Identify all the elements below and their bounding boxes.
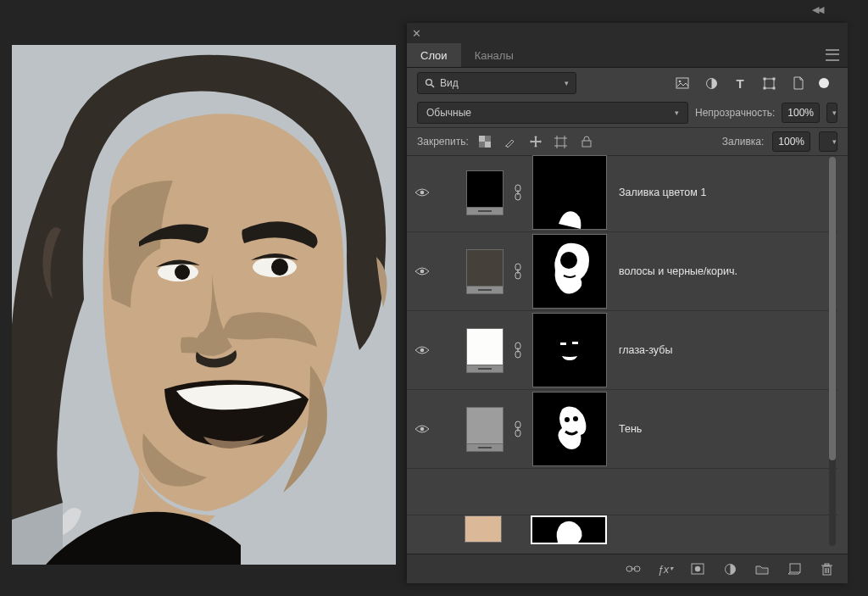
panel-tabs: Слои Каналы	[407, 43, 848, 68]
layer-mask-thumb[interactable]	[532, 392, 607, 466]
chevron-down-icon: ▾	[675, 109, 679, 117]
svg-point-39	[560, 252, 577, 269]
layer-fill-thumb[interactable]	[466, 249, 504, 294]
link-icon	[512, 246, 524, 297]
layers-panel: ◀◀ ✕ Слои Каналы Вид ▾ T	[407, 23, 848, 583]
svg-point-9	[679, 81, 682, 83]
visibility-toggle[interactable]	[410, 232, 434, 310]
svg-point-53	[573, 416, 578, 421]
svg-point-47	[420, 427, 425, 432]
svg-rect-13	[772, 77, 775, 80]
fill-stepper[interactable]: ▾	[819, 131, 837, 152]
opacity-value[interactable]: 100%	[782, 103, 820, 123]
close-icon[interactable]: ✕	[412, 28, 421, 39]
opacity-label: Непрозрачность:	[695, 107, 775, 119]
svg-rect-15	[772, 86, 775, 89]
lock-label: Закрепить:	[417, 136, 469, 148]
svg-rect-67	[825, 564, 829, 565]
layer-fill-thumb[interactable]	[466, 407, 504, 452]
layers-scrollbar[interactable]	[829, 157, 836, 546]
layer-fill-thumb[interactable]	[466, 170, 504, 215]
layer-row[interactable]: глаза-зубы	[407, 311, 837, 390]
svg-rect-44	[533, 314, 606, 387]
panel-footer: ƒx▾	[407, 554, 848, 583]
fill-label: Заливка:	[722, 136, 765, 148]
fx-icon[interactable]: ƒx▾	[658, 561, 673, 577]
filter-shape-icon[interactable]	[761, 75, 776, 91]
lock-move-icon[interactable]	[528, 134, 543, 149]
layer-filter-select[interactable]: Вид ▾	[417, 72, 576, 94]
filter-pixel-icon[interactable]	[675, 75, 690, 91]
layer-name[interactable]: волосы и черные/корич.	[619, 265, 737, 277]
svg-line-7	[431, 85, 434, 87]
link-layers-icon[interactable]	[626, 561, 641, 577]
svg-point-29	[420, 191, 425, 195]
svg-point-52	[565, 417, 570, 422]
svg-rect-12	[763, 77, 765, 80]
filter-type-icon[interactable]: T	[732, 75, 748, 91]
layer-row[interactable]: Тень	[407, 390, 837, 469]
panel-menu-icon[interactable]	[826, 43, 839, 67]
new-layer-icon[interactable]	[787, 561, 802, 577]
chevron-down-icon: ▾	[565, 79, 569, 87]
layer-mask-thumb[interactable]	[531, 515, 607, 544]
layer-row[interactable]: Заливка цветом 1	[407, 153, 837, 232]
layer-row[interactable]	[407, 515, 837, 549]
svg-rect-18	[485, 142, 491, 148]
layer-row[interactable]: волосы и черные/корич.	[407, 232, 837, 311]
svg-point-59	[695, 566, 700, 571]
lock-all-icon[interactable]	[579, 134, 594, 149]
svg-point-34	[420, 270, 425, 274]
group-icon[interactable]	[754, 561, 770, 577]
link-icon	[512, 167, 524, 218]
visibility-toggle[interactable]	[410, 153, 434, 231]
layer-fill-thumb[interactable]	[465, 515, 502, 543]
link-icon	[512, 325, 524, 376]
svg-rect-8	[676, 78, 688, 88]
svg-rect-17	[479, 136, 485, 142]
visibility-toggle[interactable]	[410, 311, 434, 389]
layer-name[interactable]: Тень	[619, 423, 642, 435]
filter-toggle[interactable]	[819, 78, 829, 88]
add-mask-icon[interactable]	[690, 561, 705, 577]
search-icon	[425, 78, 435, 88]
svg-rect-61	[790, 564, 800, 572]
tab-layers[interactable]: Слои	[407, 43, 461, 67]
layer-list: Заливка цветом 1 волосы и черные/корич.	[407, 153, 837, 469]
layer-name[interactable]: глаза-зубы	[619, 344, 672, 356]
svg-rect-45	[560, 343, 566, 345]
layer-mask-thumb[interactable]	[532, 155, 607, 230]
adjustment-icon[interactable]	[722, 561, 737, 577]
svg-rect-19	[557, 138, 565, 146]
svg-rect-46	[572, 342, 578, 344]
filter-smart-icon[interactable]	[790, 75, 805, 91]
fill-value[interactable]: 100%	[772, 131, 810, 152]
filter-adjust-icon[interactable]	[704, 75, 719, 91]
svg-rect-28	[582, 141, 591, 147]
layer-fill-thumb[interactable]	[466, 328, 504, 373]
layer-mask-thumb[interactable]	[532, 313, 607, 387]
svg-point-5	[271, 259, 288, 276]
svg-point-40	[420, 348, 425, 353]
link-icon	[512, 404, 524, 454]
trash-icon[interactable]	[819, 561, 834, 577]
layer-mask-thumb[interactable]	[532, 234, 607, 309]
svg-point-4	[175, 265, 190, 280]
opacity-stepper[interactable]: ▾	[826, 103, 837, 123]
lock-transparency-icon[interactable]	[477, 134, 492, 149]
blend-mode-value: Обычные	[426, 107, 471, 119]
lock-paint-icon[interactable]	[503, 134, 518, 149]
svg-rect-14	[763, 86, 765, 89]
layer-name[interactable]: Заливка цветом 1	[619, 187, 706, 198]
svg-rect-11	[765, 79, 774, 88]
layer-filter-label: Вид	[440, 77, 459, 89]
document-canvas[interactable]	[12, 45, 396, 565]
blend-mode-select[interactable]: Обычные ▾	[417, 102, 688, 124]
collapse-panel-icon[interactable]: ◀◀	[812, 4, 822, 15]
svg-point-6	[426, 80, 432, 86]
tab-channels[interactable]: Каналы	[461, 43, 527, 67]
visibility-toggle[interactable]	[410, 390, 434, 468]
lock-artboard-icon[interactable]	[554, 134, 569, 149]
